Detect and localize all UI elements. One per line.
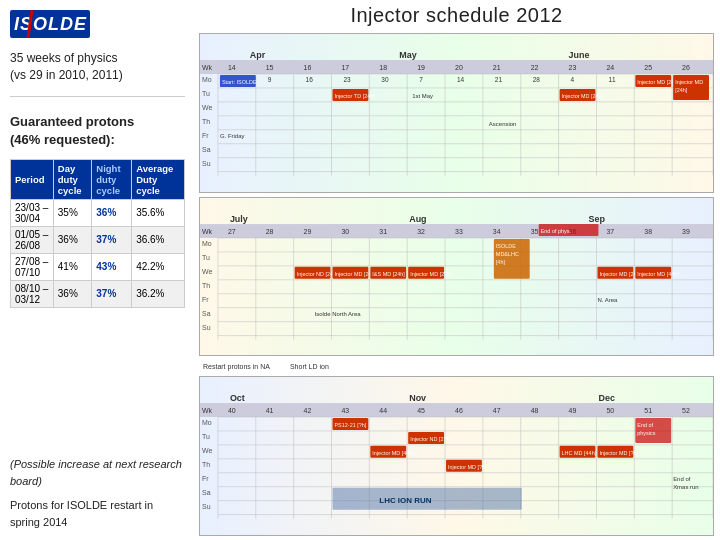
table-row: 01/05 – 26/08 36% 37% 36.6% [11,226,185,253]
svg-text:Mo: Mo [202,240,212,247]
guaranteed-title: Guaranteed protons (46% requested): [10,113,185,149]
svg-text:Wk: Wk [202,407,213,414]
svg-text:Injector MD [44h]: Injector MD [44h] [637,271,679,277]
svg-text:Tu: Tu [202,254,210,261]
svg-text:15: 15 [266,64,274,71]
day-cell: 36% [53,226,92,253]
avg-cell: 36.6% [132,226,185,253]
svg-text:28: 28 [533,76,541,83]
svg-text:9: 9 [268,76,272,83]
duty-table: Period Day duty cycle Night duty cycle A… [10,159,185,308]
svg-text:1st May: 1st May [412,93,433,99]
autumn-calendar-section: Oct Nov Dec Wk 40 41 42 43 44 45 46 47 4… [199,376,714,536]
svg-text:Sep: Sep [588,214,605,224]
svg-text:[4h]: [4h] [496,259,506,265]
logo-area: ISOLDE [10,10,185,38]
svg-text:38: 38 [644,228,652,235]
right-panel: Injector schedule 2012 Apr May June Wk 1… [195,0,720,540]
svg-text:G. Friday: G. Friday [220,133,245,139]
period-cell: 08/10 – 03/12 [11,280,54,307]
svg-text:ISOLDE: ISOLDE [496,243,516,249]
svg-text:Fr: Fr [202,132,209,139]
svg-text:physics: physics [637,430,656,436]
svg-text:41: 41 [266,407,274,414]
svg-text:Ascension: Ascension [489,121,517,127]
svg-text:Tu: Tu [202,433,210,440]
svg-text:44: 44 [379,407,387,414]
svg-text:N. Area: N. Area [597,296,618,302]
svg-text:LHC ION RUN: LHC ION RUN [379,496,431,505]
table-row: 23/03 – 30/04 35% 36% 35.6% [11,199,185,226]
svg-text:End of phys.: End of phys. [541,228,572,234]
summer-calendar-section: July Aug Sep Wk 27 28 29 30 31 32 33 34 … [199,197,714,357]
col-day: Day duty cycle [53,159,92,199]
day-cell: 41% [53,253,92,280]
svg-text:Mo: Mo [202,419,212,426]
svg-text:Wk: Wk [202,64,213,71]
svg-text:22: 22 [531,64,539,71]
svg-text:18: 18 [379,64,387,71]
svg-text:Sa: Sa [202,309,211,316]
svg-text:16: 16 [304,64,312,71]
svg-text:52: 52 [682,407,690,414]
svg-text:21: 21 [495,76,503,83]
svg-text:I&S MD [24h]: I&S MD [24h] [372,271,405,277]
svg-text:47: 47 [493,407,501,414]
svg-text:ISOLDE: ISOLDE [14,14,87,34]
svg-text:Aug: Aug [409,214,426,224]
svg-text:31: 31 [379,228,387,235]
svg-text:Apr: Apr [250,50,266,60]
svg-text:Tu: Tu [202,90,210,97]
col-period: Period [11,159,54,199]
svg-text:29: 29 [304,228,312,235]
svg-text:Injector ND [27h]: Injector ND [27h] [410,436,452,442]
avg-cell: 36.2% [132,280,185,307]
period-cell: 01/05 – 26/08 [11,226,54,253]
svg-text:PS12-21 [?h]: PS12-21 [?h] [334,422,366,428]
svg-text:11: 11 [608,76,616,83]
svg-text:4: 4 [571,76,575,83]
svg-text:Injector MD [?h]: Injector MD [?h] [448,464,487,470]
svg-text:23: 23 [343,76,351,83]
calendar-container: Apr May June Wk 14 15 16 17 18 19 20 21 … [199,33,714,536]
table-row: 08/10 – 03/12 36% 37% 36.2% [11,280,185,307]
svg-text:48: 48 [531,407,539,414]
svg-text:Injector MD [24h]: Injector MD [24h] [334,271,376,277]
svg-text:45: 45 [417,407,425,414]
period-cell: 27/08 – 07/10 [11,253,54,280]
svg-text:Mo: Mo [202,76,212,83]
svg-text:Isolde North Area: Isolde North Area [315,310,362,316]
svg-text:Dec: Dec [598,393,614,403]
note-protons: Protons for ISOLDE restart in spring 201… [10,497,185,530]
night-cell: 37% [92,226,132,253]
svg-text:End of: End of [637,422,653,428]
svg-text:19: 19 [417,64,425,71]
svg-text:37: 37 [606,228,614,235]
day-cell: 35% [53,199,92,226]
svg-text:May: May [399,50,416,60]
bottom-notes: (Possible increase at next research boar… [10,448,185,530]
svg-text:Injector MD [24h]: Injector MD [24h] [562,93,604,99]
period-cell: 23/03 – 30/04 [11,199,54,226]
svg-text:42: 42 [304,407,312,414]
spring-calendar-section: Apr May June Wk 14 15 16 17 18 19 20 21 … [199,33,714,193]
svg-text:Injector MD [24h]: Injector MD [24h] [637,79,679,85]
svg-text:Su: Su [202,160,211,167]
svg-text:21: 21 [493,64,501,71]
svg-text:Fr: Fr [202,475,209,482]
svg-text:33: 33 [455,228,463,235]
svg-text:32: 32 [417,228,425,235]
svg-text:14: 14 [457,76,465,83]
svg-text:39: 39 [682,228,690,235]
svg-text:43: 43 [341,407,349,414]
avg-cell: 35.6% [132,199,185,226]
left-panel: ISOLDE 35 weeks of physics (vs 29 in 201… [0,0,195,540]
svg-text:[24h]: [24h] [675,87,688,93]
svg-text:28: 28 [266,228,274,235]
svg-text:Fr: Fr [202,295,209,302]
svg-text:23: 23 [569,64,577,71]
svg-text:35: 35 [531,228,539,235]
night-cell: 36% [92,199,132,226]
summer-cal-svg: July Aug Sep Wk 27 28 29 30 31 32 33 34 … [200,198,713,356]
page-title: Injector schedule 2012 [199,4,714,27]
